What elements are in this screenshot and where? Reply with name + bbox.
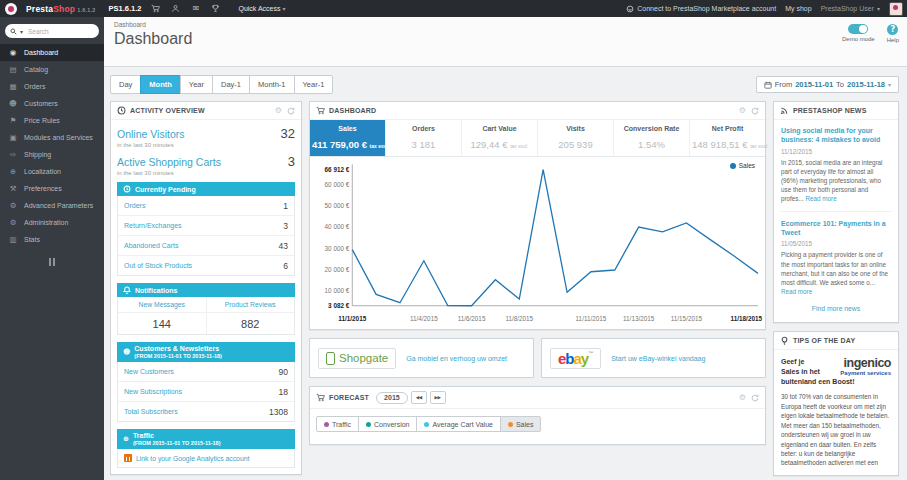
find-more-news-link[interactable]: Find more news xyxy=(781,305,891,312)
orders-icon: ▦ xyxy=(8,82,18,91)
range-month-1-button[interactable]: Month-1 xyxy=(249,75,295,94)
messages-icon[interactable]: ✉ xyxy=(190,3,201,14)
toggle-conversion[interactable]: Conversion xyxy=(358,416,417,432)
shopgate-banner[interactable]: Shopgate Ga mobiel en verhoog uw omzet xyxy=(309,338,534,378)
range-month-button[interactable]: Month xyxy=(140,75,181,94)
sidebar-item-modules[interactable]: ▣Modules and Services xyxy=(0,129,104,146)
my-shop-link[interactable]: My shop xyxy=(785,5,811,12)
kpi-cart-value[interactable]: Cart Value129,44 € tax excl. xyxy=(462,120,538,156)
panel-refresh-icon[interactable] xyxy=(751,107,759,115)
sidebar-item-dashboard[interactable]: ◉Dashboard xyxy=(0,44,104,61)
breadcrumb[interactable]: Dashboard xyxy=(114,21,897,28)
sidebar-item-label: Preferences xyxy=(24,185,62,192)
kpi-value: 3 181 xyxy=(412,139,436,150)
sidebar-item-administration[interactable]: ⚙Administration xyxy=(0,214,104,231)
sidebar-item-orders[interactable]: ▦Orders xyxy=(0,78,104,95)
sidebar-item-shipping[interactable]: ⇨Shipping xyxy=(0,146,104,163)
brand-version: 1.6.1.2 xyxy=(77,7,95,13)
new-customers-row[interactable]: New Customers90 xyxy=(118,362,294,382)
advanced-parameters-icon: ⚙ xyxy=(8,201,18,210)
pending-returns-row[interactable]: Return/Exchanges3 xyxy=(118,216,294,236)
active-carts-link[interactable]: Active Shopping Carts xyxy=(117,156,221,168)
demo-mode-label: Demo mode xyxy=(842,36,875,42)
shopgate-brand-label: Shopgate xyxy=(339,352,388,364)
forecast-next-button[interactable]: ▶▶ xyxy=(430,391,446,404)
kpi-conversion-rate[interactable]: Conversion Rate1.54% xyxy=(614,120,690,156)
toggle-average-cart-value[interactable]: Average Cart Value xyxy=(416,416,500,432)
sidebar-item-stats[interactable]: ▥Stats xyxy=(0,231,104,248)
read-more-link[interactable]: Read more xyxy=(781,288,812,295)
my-shop-label: My shop xyxy=(785,5,811,12)
news-item-excerpt: Picking a payment provider is one of the… xyxy=(781,250,891,296)
news-item: Ecommerce 101: Payments in a Tweet 11/05… xyxy=(781,219,891,297)
toggle-sales[interactable]: Sales xyxy=(500,416,542,432)
search-input[interactable] xyxy=(26,27,94,36)
search-scope-caret-icon[interactable]: ▾ xyxy=(20,28,23,35)
help-icon[interactable]: ? xyxy=(887,24,898,35)
topbar: PrestaShop1.6.1.2 PS1.6.1.2 ✉ Quick Acce… xyxy=(0,0,907,17)
panel-settings-icon[interactable]: ⚙ xyxy=(275,106,282,115)
cart-icon[interactable] xyxy=(150,3,161,14)
range-year-button[interactable]: Year xyxy=(180,75,213,94)
help-label: Help xyxy=(887,37,899,43)
product-reviews-link[interactable]: Product Reviews xyxy=(207,297,295,313)
kpi-visits[interactable]: Visits205 939 xyxy=(538,120,614,156)
user-menu[interactable]: PrestaShop User ▾ xyxy=(821,5,880,12)
sidebar-item-localization[interactable]: ⊕Localization xyxy=(0,163,104,180)
chart-legend[interactable]: Sales xyxy=(730,162,755,169)
kpi-net-profit[interactable]: Net Profit148 918,51 € tax excl. xyxy=(690,120,765,156)
news-item-title-link[interactable]: Ecommerce 101: Payments in a Tweet xyxy=(781,219,891,238)
forecast-prev-button[interactable]: ◀◀ xyxy=(411,391,427,404)
customer-icon[interactable] xyxy=(170,3,181,14)
pending-orders-row[interactable]: Orders1 xyxy=(118,196,294,216)
sales-line-chart[interactable]: 3 082 €10 000 €20 000 €30 000 €40 000 €5… xyxy=(310,159,763,327)
forecast-year-selector[interactable]: 2015 xyxy=(376,392,408,404)
trophy-icon[interactable] xyxy=(210,3,221,14)
new-subscriptions-row[interactable]: New Subscriptions18 xyxy=(118,382,294,402)
new-messages-link[interactable]: New Messages xyxy=(118,297,206,313)
sidebar-item-advanced-parameters[interactable]: ⚙Advanced Parameters xyxy=(0,197,104,214)
sidebar-item-catalog[interactable]: ▤Catalog xyxy=(0,61,104,78)
sidebar-collapse-button[interactable] xyxy=(0,258,104,266)
panel-refresh-icon[interactable] xyxy=(287,107,295,115)
toggle-traffic[interactable]: Traffic xyxy=(316,416,359,432)
range-day-button[interactable]: Day xyxy=(110,75,141,94)
price-rules-icon: ⚑ xyxy=(8,116,18,125)
demo-mode-control[interactable]: Demo mode xyxy=(842,24,875,43)
ebay-link[interactable]: Start uw eBay-winkel vandaag xyxy=(611,355,705,362)
kpi-orders[interactable]: Orders3 181 xyxy=(386,120,462,156)
panel-refresh-icon[interactable] xyxy=(751,394,759,402)
demo-mode-toggle[interactable] xyxy=(848,24,868,34)
range-day-1-button[interactable]: Day-1 xyxy=(212,75,250,94)
administration-icon: ⚙ xyxy=(8,218,18,227)
panel-settings-icon[interactable]: ⚙ xyxy=(739,106,746,115)
panel-settings-icon[interactable]: ⚙ xyxy=(739,393,746,402)
kpi-sales[interactable]: Sales411 759,00 € tax excl. xyxy=(310,120,386,156)
sidebar-item-preferences[interactable]: ⚒Preferences xyxy=(0,180,104,197)
marketplace-link[interactable]: Connect to PrestaShop Marketplace accoun… xyxy=(626,5,776,13)
date-range-picker-button[interactable]: From 2015-11-01 To 2015-11-18 ▾ xyxy=(756,76,899,93)
sidebar-item-price-rules[interactable]: ⚑Price Rules xyxy=(0,112,104,129)
news-item-title-link[interactable]: Using social media for your business: 4 … xyxy=(781,126,891,145)
trademark-symbol: ™ xyxy=(588,350,593,356)
divider xyxy=(781,211,891,212)
sidebar-search[interactable]: ▾ xyxy=(5,24,99,38)
total-subscribers-row[interactable]: Total Subscribers1308 xyxy=(118,402,294,421)
help-control[interactable]: ? Help xyxy=(887,24,899,43)
shopgate-link[interactable]: Ga mobiel en verhoog uw omzet xyxy=(406,355,507,362)
kpi-label: Orders xyxy=(388,125,459,132)
google-analytics-link[interactable]: Link to your Google Analytics account xyxy=(117,449,295,468)
sidebar-item-customers[interactable]: ☻Customers xyxy=(0,95,104,112)
customers-newsletters-header: ☻ Customers & Newsletters(FROM 2015-11-0… xyxy=(117,342,295,362)
out-of-stock-row[interactable]: Out of Stock Products6 xyxy=(118,256,294,275)
search-icon xyxy=(10,28,17,35)
sidebar: ▾ ◉Dashboard ▤Catalog ▦Orders ☻Customers… xyxy=(0,17,104,480)
user-avatar[interactable] xyxy=(889,2,903,16)
range-year-1-button[interactable]: Year-1 xyxy=(294,75,334,94)
page-header: Dashboard Dashboard Demo mode ? Help xyxy=(104,17,907,67)
abandoned-carts-row[interactable]: Abandoned Carts43 xyxy=(118,236,294,256)
quick-access-menu[interactable]: Quick Access ▾ xyxy=(238,5,285,12)
ebay-banner[interactable]: ebay™ Start uw eBay-winkel vandaag xyxy=(541,338,766,378)
read-more-link[interactable]: Read more xyxy=(806,195,837,202)
online-visitors-link[interactable]: Online Visitors xyxy=(117,128,185,140)
